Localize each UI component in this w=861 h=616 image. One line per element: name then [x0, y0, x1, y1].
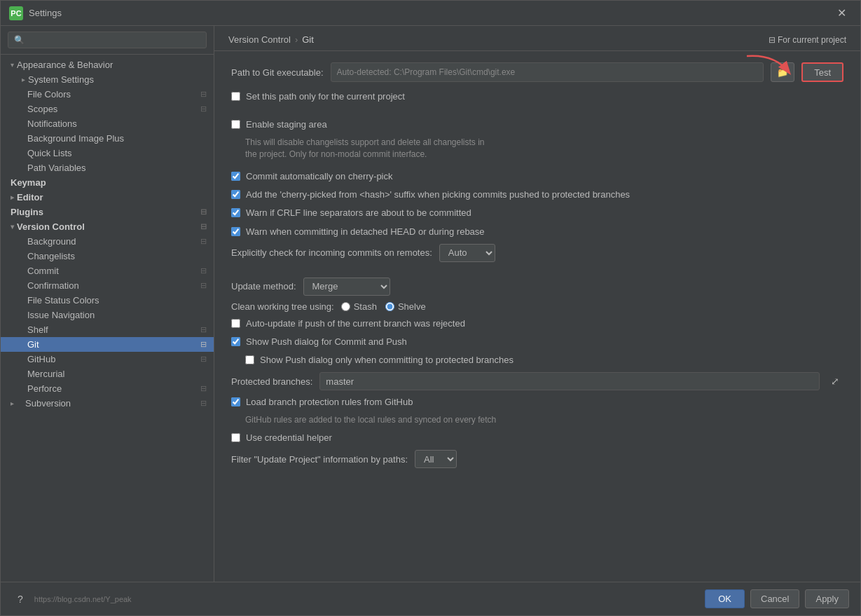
show-push-dialog-checkbox[interactable]: [231, 337, 240, 346]
help-button[interactable]: ?: [12, 591, 29, 608]
update-method-row: Update method: Merge Rebase Branch Defau…: [231, 278, 843, 296]
sidebar-item-issue-navigation[interactable]: Issue Navigation: [1, 308, 214, 322]
page-icon: ⊟: [200, 237, 207, 246]
warn-crlf-checkbox[interactable]: [231, 208, 240, 217]
sidebar-item-github[interactable]: GitHub ⊟: [1, 352, 214, 367]
load-branch-protection-label: Load branch protection rules from GitHub: [246, 396, 413, 409]
test-button[interactable]: Test: [801, 62, 843, 82]
show-push-dialog-row: Show Push dialog for Commit and Push: [231, 336, 843, 348]
expand-svn-icon: ▸: [11, 399, 14, 407]
credential-helper-label: Use credential helper: [246, 432, 332, 444]
watermark: https://blog.csdn.net/Y_peak: [34, 595, 132, 603]
page-icon: ⊟: [200, 384, 207, 393]
page-icon: ⊟: [200, 340, 207, 349]
warn-detached-checkbox[interactable]: [231, 227, 240, 236]
main-panel: Version Control › Git ⊟ For current proj…: [214, 26, 860, 582]
protected-branches-label: Protected branches:: [231, 376, 312, 387]
close-button[interactable]: ✕: [832, 4, 852, 22]
sidebar-item-file-colors[interactable]: File Colors ⊟: [1, 87, 214, 102]
breadcrumb: Version Control › Git ⊟ For current proj…: [214, 26, 860, 51]
cancel-button[interactable]: Cancel: [750, 589, 799, 608]
commit-cherry-pick-label: Commit automatically on cherry-pick: [246, 170, 393, 183]
sidebar-list: ▾ Appearance & Behavior ▸ System Setting…: [1, 55, 214, 582]
load-branch-protection-row: Load branch protection rules from GitHub: [231, 396, 843, 409]
sidebar-item-version-control[interactable]: ▾ Version Control ⊟: [1, 219, 214, 234]
radio-shelve[interactable]: [385, 302, 394, 311]
sidebar-item-subversion[interactable]: ▸ Subversion ⊟: [1, 396, 214, 411]
main-content: ▾ Appearance & Behavior ▸ System Setting…: [1, 26, 860, 582]
sidebar-item-changelists[interactable]: Changelists: [1, 249, 214, 263]
app-icon: PC: [9, 6, 23, 20]
sidebar-item-confirmation[interactable]: Confirmation ⊟: [1, 278, 214, 293]
commit-cherry-pick-checkbox[interactable]: [231, 172, 240, 181]
sidebar-item-background-image-plus[interactable]: Background Image Plus: [1, 131, 214, 146]
incoming-commits-row: Explicitly check for incoming commits on…: [231, 244, 843, 262]
show-push-dialog-label: Show Push dialog for Commit and Push: [246, 336, 407, 348]
update-method-dropdown[interactable]: Merge Rebase Branch Default: [303, 278, 390, 296]
settings-window: PC Settings ✕ ▾ Appearance & Behavior ▸ …: [0, 0, 861, 616]
sidebar-item-editor[interactable]: ▸ Editor: [1, 190, 214, 205]
sidebar-item-git[interactable]: Git ⊟: [1, 337, 214, 352]
sidebar-item-background[interactable]: Background ⊟: [1, 234, 214, 249]
sidebar-item-appearance[interactable]: ▾ Appearance & Behavior: [1, 57, 214, 72]
sidebar-item-notifications[interactable]: Notifications: [1, 116, 214, 131]
radio-stash-row: Stash: [341, 301, 377, 312]
search-input[interactable]: [8, 32, 207, 48]
warn-crlf-label: Warn if CRLF line separators are about t…: [246, 207, 471, 219]
sidebar: ▾ Appearance & Behavior ▸ System Setting…: [1, 26, 214, 582]
radio-stash[interactable]: [341, 302, 350, 311]
apply-button[interactable]: Apply: [805, 589, 849, 608]
sidebar-item-mercurial[interactable]: Mercurial: [1, 367, 214, 381]
radio-shelve-row: Shelve: [385, 301, 426, 312]
sidebar-item-system-settings[interactable]: ▸ System Settings: [1, 72, 214, 87]
ok-button[interactable]: OK: [705, 589, 745, 608]
show-push-protected-checkbox[interactable]: [245, 355, 254, 364]
sidebar-item-shelf[interactable]: Shelf ⊟: [1, 322, 214, 337]
window-title: Settings: [29, 8, 832, 18]
credential-helper-checkbox[interactable]: [231, 433, 240, 442]
set-path-checkbox[interactable]: [231, 92, 240, 101]
incoming-commits-dropdown[interactable]: Auto Always Never: [439, 244, 495, 262]
collapse-vc-icon: ▾: [11, 223, 14, 231]
git-path-input[interactable]: [331, 62, 764, 82]
collapse-arrow-icon: ▾: [11, 61, 14, 69]
sidebar-item-commit[interactable]: Commit ⊟: [1, 263, 214, 278]
protected-branches-input[interactable]: [319, 372, 820, 390]
sidebar-item-quick-lists[interactable]: Quick Lists: [1, 146, 214, 160]
sidebar-item-keymap[interactable]: Keymap: [1, 175, 214, 190]
sidebar-item-perforce[interactable]: Perforce ⊟: [1, 381, 214, 396]
breadcrumb-sep: ›: [295, 34, 298, 45]
page-icon: ⊟: [200, 222, 207, 231]
sidebar-item-scopes[interactable]: Scopes ⊟: [1, 102, 214, 116]
cherry-picked-suffix-row: Add the 'cherry-picked from <hash>' suff…: [231, 189, 843, 201]
bottom-bar: ? https://blog.csdn.net/Y_peak OK Cancel…: [1, 582, 860, 615]
github-rules-note: GitHub rules are added to the local rule…: [245, 414, 843, 426]
settings-panel: Path to Git executable: 📁: [214, 51, 860, 582]
page-icon: ⊟: [200, 325, 207, 334]
expand-protected-button[interactable]: ⤢: [827, 374, 843, 388]
browse-button[interactable]: 📁: [771, 62, 794, 82]
load-branch-protection-checkbox[interactable]: [231, 397, 240, 406]
project-link[interactable]: ⊟ For current project: [769, 35, 846, 45]
page-icon: ⊟: [200, 399, 207, 408]
expand-editor-icon: ▸: [11, 193, 14, 201]
sidebar-item-file-status-colors[interactable]: File Status Colors: [1, 293, 214, 308]
sidebar-item-path-variables[interactable]: Path Variables: [1, 160, 214, 175]
show-push-protected-label: Show Push dialog only when committing to…: [260, 354, 514, 367]
page-icon: ⊟: [200, 104, 207, 114]
git-path-row: Path to Git executable: 📁: [231, 62, 843, 82]
radio-stash-label: Stash: [354, 301, 377, 312]
staging-area-checkbox[interactable]: [231, 120, 240, 129]
credential-helper-row: Use credential helper: [231, 432, 843, 444]
auto-update-checkbox[interactable]: [231, 319, 240, 328]
sidebar-item-plugins[interactable]: Plugins ⊟: [1, 205, 214, 219]
warn-crlf-row: Warn if CRLF line separators are about t…: [231, 207, 843, 219]
cherry-picked-suffix-checkbox[interactable]: [231, 190, 240, 199]
search-box: [1, 26, 214, 55]
show-push-protected-row: Show Push dialog only when committing to…: [231, 354, 843, 367]
filter-update-row: Filter "Update Project" information by p…: [231, 450, 843, 468]
filter-update-dropdown[interactable]: All: [415, 450, 457, 468]
set-path-label: Set this path only for the current proje…: [246, 90, 405, 103]
breadcrumb-current: Git: [302, 34, 314, 45]
staging-area-label: Enable staging area: [246, 118, 327, 131]
